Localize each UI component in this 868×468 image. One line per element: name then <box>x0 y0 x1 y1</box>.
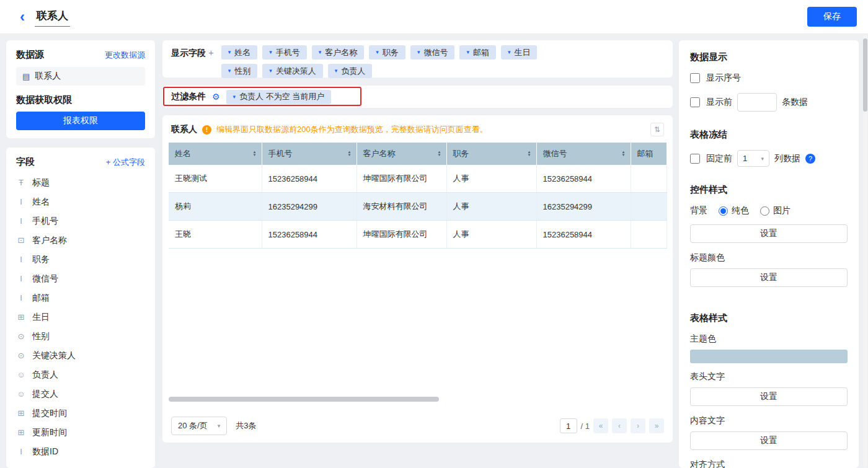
field-item-submit-time[interactable]: ⊞提交时间 <box>16 404 145 423</box>
field-item-customer-name[interactable]: ⊡客户名称 <box>16 231 145 250</box>
table-cell: 15236258944 <box>262 165 356 193</box>
report-permission-button[interactable]: 报表权限 <box>16 112 145 130</box>
field-item-key-decision-maker[interactable]: ⊙关键决策人 <box>16 346 145 365</box>
show-index-row[interactable]: 显示序号 <box>690 73 848 84</box>
chip-owner[interactable]: ▾负责人 <box>328 64 373 78</box>
field-item-job-title[interactable]: Ι职务 <box>16 250 145 269</box>
field-item-birthday[interactable]: ⊞生日 <box>16 307 145 327</box>
chevron-down-icon: ▾ <box>376 50 379 55</box>
prev-page-button[interactable]: ‹ <box>612 418 627 433</box>
radio-icon: ⊙ <box>16 332 26 341</box>
add-formula-field-link[interactable]: + 公式字段 <box>106 157 145 168</box>
column-header-email[interactable]: 邮箱 <box>631 143 666 165</box>
chip-label: 手机号 <box>276 47 300 58</box>
chip-wechat[interactable]: ▾微信号 <box>410 45 455 60</box>
chip-label: 职务 <box>383 47 399 58</box>
field-item-data-id[interactable]: Ι数据ID <box>16 442 145 461</box>
vertical-scrollbar-thumb[interactable] <box>863 38 867 112</box>
column-header-wechat[interactable]: 微信号▲▼ <box>536 143 631 165</box>
datasource-item[interactable]: ▤ 联系人 <box>16 67 145 86</box>
next-page-button[interactable]: › <box>631 418 645 433</box>
help-icon[interactable]: ? <box>805 154 815 164</box>
page-number-input[interactable] <box>560 418 577 433</box>
chip-customer-name[interactable]: ▾客户名称 <box>312 45 365 60</box>
widget-style-title: 控件样式 <box>690 184 848 196</box>
page-size-select[interactable]: 20 条/页 ▾ <box>171 417 227 435</box>
sort-arrows-icon[interactable]: ▲▼ <box>528 151 531 157</box>
datasource-title: 数据源 <box>16 49 44 61</box>
field-item-update-time[interactable]: ⊞更新时间 <box>16 423 145 442</box>
filter-panel: 过滤条件 ⚙ ▾负责人 不为空 当前用户 <box>162 86 673 108</box>
chevron-down-icon: ▾ <box>761 156 764 162</box>
theme-color-swatch[interactable] <box>690 350 848 363</box>
warning-icon: ! <box>202 125 211 135</box>
chip-email[interactable]: ▾邮箱 <box>459 45 496 60</box>
image-radio-input[interactable] <box>760 206 769 216</box>
column-header-phone[interactable]: 手机号▲▼ <box>262 143 356 165</box>
page-title[interactable]: 联系人 <box>35 7 70 27</box>
display-fields-panel: 显示字段+ ▾姓名 ▾手机号 ▾客户名称 ▾职务 ▾微信号 ▾邮箱 ▾生日 ▾性… <box>162 40 673 77</box>
field-item-email[interactable]: Ι邮箱 <box>16 288 145 307</box>
field-item-title[interactable]: Ŧ标题 <box>16 173 145 192</box>
chevron-down-icon: ▾ <box>228 50 231 55</box>
column-label: 姓名 <box>175 149 191 158</box>
back-icon[interactable]: ‹ <box>20 9 25 24</box>
show-first-checkbox[interactable] <box>690 97 700 107</box>
last-page-button[interactable]: » <box>649 418 664 433</box>
preview-panel: 联系人 ! 编辑界面只取数据源前200条作为查询数据预览，完整数据请访问页面查看… <box>162 115 673 443</box>
sort-arrows-icon[interactable]: ▲▼ <box>348 151 352 157</box>
column-header-name[interactable]: 姓名▲▼ <box>169 143 262 165</box>
vertical-scrollbar[interactable] <box>863 35 867 468</box>
first-page-button[interactable]: « <box>593 418 608 433</box>
field-label: 职务 <box>32 254 50 265</box>
background-set-button[interactable]: 设置 <box>690 224 848 243</box>
sort-arrows-icon[interactable]: ▲▼ <box>438 151 441 157</box>
horizontal-scrollbar[interactable] <box>169 397 439 402</box>
freeze-checkbox[interactable] <box>690 154 700 164</box>
field-label: 手机号 <box>32 216 58 227</box>
field-label: 更新时间 <box>32 427 67 438</box>
total-count: 共3条 <box>236 420 256 431</box>
image-radio[interactable]: 图片 <box>760 205 790 216</box>
column-header-job-title[interactable]: 职务▲▼ <box>446 143 536 165</box>
field-item-submitter[interactable]: ☺提交人 <box>16 384 145 404</box>
chip-phone[interactable]: ▾手机号 <box>262 45 307 60</box>
field-item-wechat[interactable]: Ι微信号 <box>16 269 145 288</box>
save-button[interactable]: 保存 <box>807 7 857 27</box>
theme-color-label: 主题色 <box>690 333 848 345</box>
change-datasource-link[interactable]: 更改数据源 <box>105 50 145 61</box>
chip-label: 邮箱 <box>473 47 489 58</box>
field-item-name[interactable]: Ι姓名 <box>16 192 145 211</box>
column-header-customer-name[interactable]: 客户名称▲▼ <box>356 143 446 165</box>
table-cell: 人事 <box>446 193 536 221</box>
title-icon: Ŧ <box>16 178 26 187</box>
chip-birthday[interactable]: ▾生日 <box>501 45 538 60</box>
gear-icon[interactable]: ⚙ <box>212 92 220 102</box>
field-label: 标题 <box>32 177 50 188</box>
sort-icon[interactable]: ⇅ <box>650 123 664 136</box>
freeze-count-select[interactable]: 1 ▾ <box>737 150 769 167</box>
chip-name[interactable]: ▾姓名 <box>221 45 258 60</box>
sort-arrows-icon[interactable]: ▲▼ <box>253 151 257 157</box>
chip-job-title[interactable]: ▾职务 <box>369 45 405 60</box>
datasource-item-label: 联系人 <box>35 71 61 82</box>
field-item-gender[interactable]: ⊙性别 <box>16 327 145 346</box>
add-display-field-icon[interactable]: + <box>208 47 214 58</box>
field-item-phone[interactable]: Ι手机号 <box>16 211 145 231</box>
field-item-owner[interactable]: ☺负责人 <box>16 365 145 384</box>
freeze-title: 表格冻结 <box>690 129 848 141</box>
field-label: 邮箱 <box>32 293 50 304</box>
chip-key-decision-maker[interactable]: ▾关键决策人 <box>262 64 323 78</box>
chip-gender[interactable]: ▾性别 <box>221 64 258 78</box>
header-text-set-button[interactable]: 设置 <box>690 387 848 406</box>
sort-arrows-icon[interactable]: ▲▼ <box>622 151 626 157</box>
chevron-down-icon: ▾ <box>319 50 322 55</box>
filter-condition-chip[interactable]: ▾负责人 不为空 当前用户 <box>226 90 332 104</box>
solid-color-radio[interactable]: 纯色 <box>719 205 749 216</box>
title-color-set-button[interactable]: 设置 <box>690 268 848 287</box>
row-limit-input[interactable] <box>737 93 777 112</box>
show-index-checkbox[interactable] <box>690 73 700 83</box>
settings-panel: 数据显示 显示序号 显示前 条数据 表格冻结 固定前 1 ▾ 列数据 ? 控件样… <box>679 40 859 468</box>
solid-color-radio-input[interactable] <box>719 206 728 216</box>
content-text-set-button[interactable]: 设置 <box>690 431 848 450</box>
